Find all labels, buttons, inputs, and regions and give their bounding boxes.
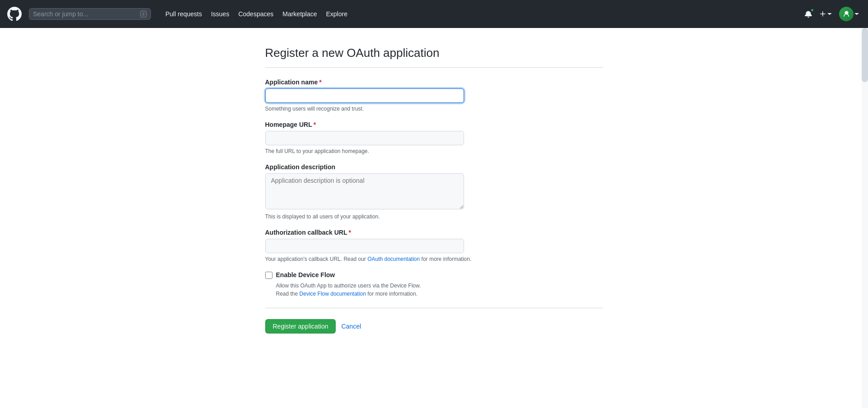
homepage-url-hint: The full URL to your application homepag… — [265, 148, 603, 154]
form-actions: Register application Cancel — [265, 319, 603, 334]
app-name-label: Application name* — [265, 79, 603, 86]
site-header: / Pull requests Issues Codespaces Market… — [0, 0, 868, 28]
form-container: Register a new OAuth application Applica… — [258, 46, 610, 334]
avatar — [839, 7, 854, 21]
main-content: Register a new OAuth application Applica… — [0, 28, 868, 352]
header-right — [803, 5, 861, 23]
search-slash-key: / — [140, 10, 147, 18]
app-name-input[interactable] — [265, 88, 464, 103]
title-divider — [265, 67, 603, 68]
device-flow-checkbox[interactable] — [265, 272, 272, 279]
app-name-hint: Something users will recognize and trust… — [265, 106, 603, 112]
notification-dot — [810, 8, 814, 12]
nav-pull-requests[interactable]: Pull requests — [162, 9, 206, 19]
notifications-button[interactable] — [803, 9, 814, 19]
device-flow-group: Enable Device Flow Allow this OAuth App … — [265, 271, 603, 297]
github-logo[interactable] — [7, 7, 22, 21]
device-flow-checkbox-row: Enable Device Flow — [265, 271, 603, 279]
app-description-group: Application description This is displaye… — [265, 163, 603, 220]
form-bottom-divider — [265, 308, 603, 308]
main-nav: Pull requests Issues Codespaces Marketpl… — [162, 9, 351, 19]
device-flow-desc1: Allow this OAuth App to authorize users … — [276, 283, 603, 289]
device-flow-desc2: Read the Device Flow documentation for m… — [276, 291, 603, 297]
device-flow-label[interactable]: Enable Device Flow — [276, 271, 335, 278]
homepage-url-group: Homepage URL* The full URL to your appli… — [265, 121, 603, 154]
nav-issues[interactable]: Issues — [207, 9, 233, 19]
cancel-button[interactable]: Cancel — [341, 320, 361, 332]
homepage-url-required: * — [314, 121, 316, 128]
callback-url-group: Authorization callback URL* Your applica… — [265, 229, 603, 262]
callback-url-required: * — [349, 229, 351, 236]
scrollbar-track[interactable] — [862, 28, 868, 352]
device-flow-docs-link[interactable]: Device Flow documentation — [300, 291, 366, 297]
app-description-textarea[interactable] — [265, 173, 464, 209]
callback-url-input[interactable] — [265, 239, 464, 253]
scrollbar-thumb[interactable] — [862, 28, 868, 82]
global-search[interactable]: / — [29, 8, 151, 20]
app-description-label: Application description — [265, 163, 603, 171]
homepage-url-label: Homepage URL* — [265, 121, 603, 128]
app-name-group: Application name* Something users will r… — [265, 79, 603, 112]
nav-marketplace[interactable]: Marketplace — [279, 9, 320, 19]
homepage-url-input[interactable] — [265, 131, 464, 145]
user-menu-button[interactable] — [837, 5, 861, 23]
register-application-button[interactable]: Register application — [265, 319, 336, 334]
app-description-hint: This is displayed to all users of your a… — [265, 213, 603, 220]
callback-url-hint: Your application's callback URL. Read ou… — [265, 256, 603, 262]
callback-url-label: Authorization callback URL* — [265, 229, 603, 236]
nav-explore[interactable]: Explore — [323, 9, 351, 19]
nav-codespaces[interactable]: Codespaces — [235, 9, 277, 19]
oauth-docs-link[interactable]: OAuth documentation — [367, 256, 420, 262]
app-name-required: * — [319, 79, 321, 86]
page-title: Register a new OAuth application — [265, 46, 603, 60]
create-new-button[interactable] — [817, 9, 834, 19]
search-input[interactable] — [33, 10, 136, 18]
